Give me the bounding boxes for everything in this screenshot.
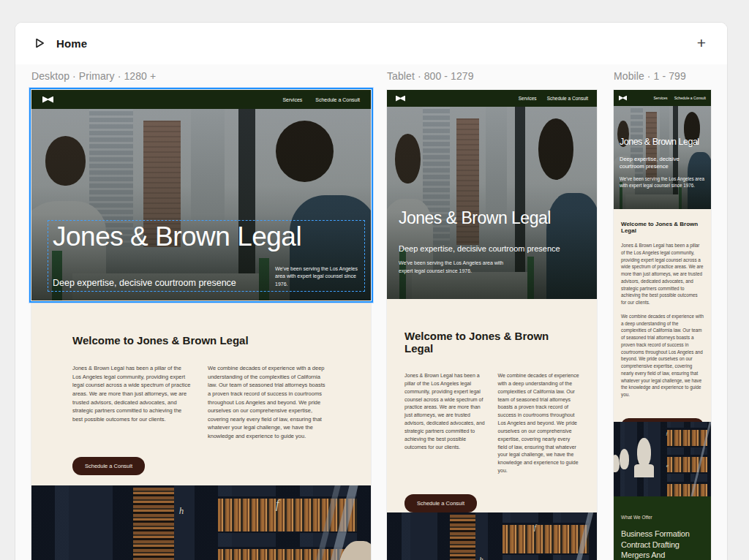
- design-canvas[interactable]: Desktop · Primary · 1280 + Tablet · 800 …: [15, 64, 727, 560]
- nav-link-schedule[interactable]: Schedule a Consult: [547, 96, 588, 101]
- offer-label: What We Offer: [621, 515, 704, 520]
- welcome-section[interactable]: Welcome to Jones & Brown Legal Jones & B…: [387, 299, 597, 512]
- frame-mobile[interactable]: Services Schedule a Consult Jones & Brow…: [614, 90, 711, 560]
- site-navbar[interactable]: Services Schedule a Consult: [614, 90, 711, 106]
- offer-item: Contract Drafting: [621, 540, 704, 550]
- hero-since-text: We've been serving the Los Angeles area …: [399, 260, 508, 275]
- nav-link-services[interactable]: Services: [282, 97, 302, 102]
- hero-tagline: Deep expertise, decisive courtroom prese…: [620, 156, 704, 170]
- hero-tagline: Deep expertise, decisive courtroom prese…: [399, 244, 582, 253]
- nav-link-services[interactable]: Services: [653, 96, 667, 100]
- welcome-paragraph-2: We combine decades of experience with a …: [208, 364, 327, 441]
- schedule-consult-button[interactable]: Schedule a Consult: [404, 494, 477, 512]
- hero-section[interactable]: Jones & Brown Legal Deep expertise, deci…: [387, 107, 597, 299]
- hero-tagline: Deep expertise, decisive courtroom prese…: [53, 278, 236, 288]
- welcome-paragraph-2: We combine decades of experience with a …: [498, 372, 580, 475]
- hero-text-block[interactable]: Jones & Brown Legal Deep expertise, deci…: [399, 209, 582, 275]
- hero-title: Jones & Brown Legal: [399, 209, 582, 227]
- preview-play-button[interactable]: [31, 35, 48, 51]
- hero-text-block[interactable]: Jones & Brown Legal Deep expertise, deci…: [48, 220, 365, 292]
- library-letter-f: f: [276, 498, 279, 511]
- what-we-offer-section[interactable]: What We Offer Business Formation Contrac…: [614, 496, 711, 560]
- library-photo: h g f e: [31, 485, 371, 560]
- library-letter-f: f: [534, 523, 536, 531]
- breakpoint-label-tablet[interactable]: Tablet · 800 - 1279: [387, 70, 474, 82]
- nav-link-schedule[interactable]: Schedule a Consult: [315, 97, 360, 102]
- breakpoint-label-mobile[interactable]: Mobile · 1 - 799: [614, 70, 686, 82]
- breakpoint-label-desktop[interactable]: Desktop · Primary · 1280 +: [31, 70, 156, 82]
- frame-tablet[interactable]: Services Schedule a Consult Jones & Brow…: [387, 90, 597, 560]
- bowtie-logo-icon: [42, 97, 53, 103]
- welcome-paragraph-1: Jones & Brown Legal has been a pillar of…: [404, 372, 486, 475]
- library-letter-e: e: [666, 463, 669, 469]
- welcome-paragraph-1: Jones & Brown Legal has been a pillar of…: [621, 242, 704, 306]
- welcome-heading: Welcome to Jones & Brown Legal: [72, 334, 327, 347]
- library-letter-f: f: [666, 431, 668, 436]
- welcome-heading: Welcome to Jones & Brown Legal: [621, 221, 704, 234]
- editor-panel: Home + Desktop · Primary · 1280 + Tablet…: [15, 22, 728, 560]
- bowtie-logo-icon: [619, 96, 627, 101]
- hero-title: Jones & Brown Legal: [53, 223, 360, 251]
- offer-item: Business Formation: [621, 529, 704, 540]
- frame-desktop[interactable]: Services Schedule a Consult Jones & Brow…: [31, 90, 371, 560]
- nav-link-services[interactable]: Services: [519, 96, 537, 101]
- hero-section[interactable]: Jones & Brown Legal Deep expertise, deci…: [614, 106, 711, 209]
- welcome-paragraph-2: We combine decades of experience with a …: [621, 313, 704, 398]
- welcome-section[interactable]: Welcome to Jones & Brown Legal Jones & B…: [614, 209, 711, 422]
- schedule-consult-button[interactable]: Schedule a Consult: [72, 457, 145, 475]
- hero-section[interactable]: Jones & Brown Legal Deep expertise, deci…: [31, 109, 371, 300]
- bowtie-logo-icon: [396, 96, 405, 102]
- welcome-paragraph-1: Jones & Brown Legal has been a pillar of…: [72, 364, 192, 441]
- offer-item: Mergers And Acquisitions: [621, 550, 704, 560]
- hero-title: Jones & Brown Legal: [620, 137, 708, 147]
- site-navbar[interactable]: Services Schedule a Consult: [387, 90, 597, 107]
- welcome-section[interactable]: Welcome to Jones & Brown Legal Jones & B…: [31, 300, 371, 485]
- site-navbar[interactable]: Services Schedule a Consult: [31, 90, 371, 109]
- play-icon: [34, 37, 45, 49]
- hero-since-text: We've been serving the Los Angeles area …: [275, 265, 360, 289]
- hero-text-block[interactable]: Jones & Brown Legal Deep expertise, deci…: [620, 137, 708, 189]
- hero-since-text: We've been serving the Los Angeles area …: [620, 175, 707, 189]
- library-photo: f e: [614, 422, 711, 496]
- add-breakpoint-button[interactable]: +: [692, 34, 711, 53]
- page-title[interactable]: Home: [56, 37, 87, 50]
- nav-link-schedule[interactable]: Schedule a Consult: [674, 96, 706, 100]
- library-letter-h: h: [479, 555, 483, 560]
- welcome-heading: Welcome to Jones & Brown Legal: [404, 330, 579, 355]
- library-photo: h f: [387, 512, 597, 560]
- library-letter-h: h: [179, 505, 184, 517]
- page-topbar: Home +: [15, 23, 727, 64]
